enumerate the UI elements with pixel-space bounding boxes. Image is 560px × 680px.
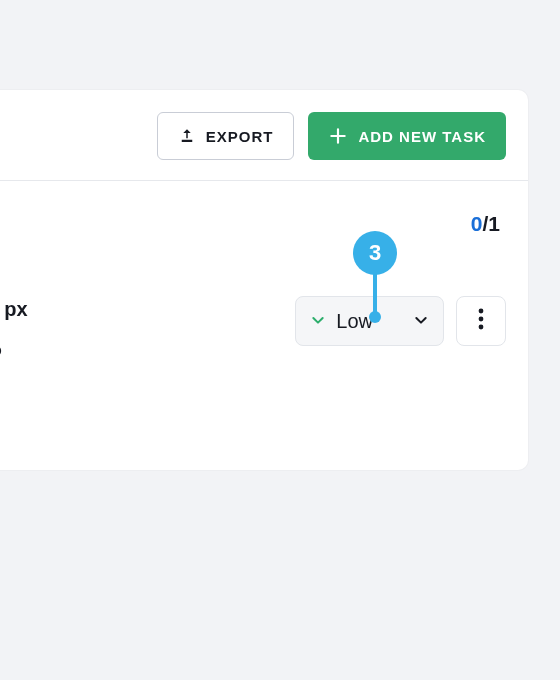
svg-point-3 <box>479 325 484 330</box>
kebab-icon <box>478 308 484 334</box>
callout-number: 3 <box>369 240 381 266</box>
plus-icon <box>328 126 348 146</box>
counter-total: 1 <box>488 212 500 235</box>
add-task-label: ADD NEW TASK <box>358 128 486 145</box>
svg-point-1 <box>479 309 484 314</box>
task-card: EXPORT ADD NEW TASK 0/1 tion length by 1… <box>0 90 528 470</box>
more-actions-button[interactable] <box>456 296 506 346</box>
task-actions: Low <box>295 296 506 346</box>
counter-done: 0 <box>471 212 483 235</box>
svg-rect-0 <box>182 140 193 142</box>
task-detail-3: r the Top-10: 923 <box>0 394 279 423</box>
toolbar: EXPORT ADD NEW TASK <box>0 90 528 181</box>
task-row: tion length by 19 px nded value: up to f… <box>0 294 528 423</box>
export-label: EXPORT <box>206 128 274 145</box>
svg-point-2 <box>479 317 484 322</box>
chevron-down-icon <box>413 310 429 333</box>
task-detail-2: from the Top-10: <box>0 364 279 393</box>
priority-label: Low <box>336 310 373 333</box>
upload-icon <box>178 127 196 145</box>
callout-tip <box>369 311 381 323</box>
task-detail-1: nded value: up to <box>0 335 279 364</box>
task-content: tion length by 19 px nded value: up to f… <box>0 294 528 423</box>
task-title: tion length by 19 px <box>0 294 279 325</box>
chevron-down-icon <box>310 310 326 333</box>
callout-stem <box>373 274 377 314</box>
add-new-task-button[interactable]: ADD NEW TASK <box>308 112 506 160</box>
export-button[interactable]: EXPORT <box>157 112 295 160</box>
task-text: tion length by 19 px nded value: up to f… <box>0 294 279 423</box>
step-callout: 3 <box>353 231 397 275</box>
task-counter: 0/1 <box>471 212 500 236</box>
